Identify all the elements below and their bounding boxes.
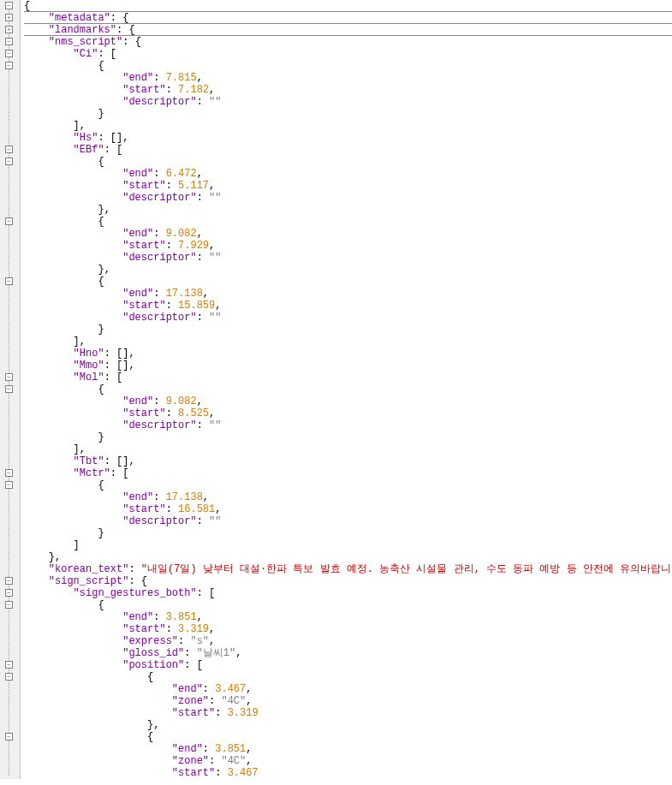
fold-minus-icon[interactable]: − (5, 217, 13, 225)
code-line[interactable]: "express": "s", (24, 635, 672, 647)
code-line[interactable]: "descriptor": "" (24, 96, 672, 108)
code-line[interactable]: } (24, 431, 672, 443)
code-line[interactable]: "descriptor": "" (24, 312, 672, 324)
code-line[interactable]: "start": 3.319 (24, 707, 672, 719)
code-line[interactable]: { (24, 731, 672, 743)
code-line[interactable]: "landmarks": { (24, 24, 672, 36)
fold-minus-icon[interactable]: − (5, 38, 13, 45)
fold-minus-icon[interactable]: − (5, 50, 13, 57)
code-line[interactable]: "end": 9.082, (24, 395, 672, 407)
fold-minus-icon[interactable]: − (5, 2, 13, 9)
code-line[interactable]: "start": 3.319, (24, 623, 672, 635)
code-line[interactable]: "Tbt": [], (24, 455, 672, 467)
code-line[interactable]: "end": 3.851, (24, 743, 672, 755)
code-line[interactable]: "Hs": [], (24, 132, 672, 144)
code-line[interactable]: { (24, 216, 672, 228)
code-line[interactable]: }, (24, 264, 672, 276)
code-line[interactable]: "end": 3.467, (24, 683, 672, 695)
code-line[interactable]: ], (24, 120, 672, 132)
code-line[interactable]: "start": 16.581, (24, 503, 672, 515)
fold-minus-icon[interactable]: − (5, 146, 13, 153)
code-line[interactable]: "start": 7.182, (24, 84, 672, 96)
code-line[interactable]: "end": 17.138, (24, 491, 672, 503)
code-line[interactable]: { (24, 0, 672, 12)
code-line[interactable]: { (24, 276, 672, 288)
code-line[interactable]: "EBf": [ (24, 144, 672, 156)
code-line[interactable]: "start": 7.929, (24, 240, 672, 252)
code-line[interactable]: "end": 7.815, (24, 72, 672, 84)
fold-minus-icon[interactable]: − (5, 601, 13, 609)
code-line[interactable]: ], (24, 443, 672, 455)
code-editor: −−−−−−−−−−−−−−−−−−++ { "metadata": { "la… (0, 0, 672, 779)
code-line[interactable]: "Mol": [ (24, 372, 672, 384)
code-line[interactable]: "descriptor": "" (24, 252, 672, 264)
fold-minus-icon[interactable]: − (5, 385, 13, 393)
code-line[interactable]: "end": 3.851, (24, 611, 672, 623)
code-line[interactable]: "start": 5.117, (24, 180, 672, 192)
code-line[interactable]: { (24, 479, 672, 491)
code-line[interactable]: { (24, 60, 672, 72)
code-line[interactable]: "descriptor": "" (24, 419, 672, 431)
code-line[interactable]: "korean_text": "내일(7일) 낮부터 대설·한파 특보 발효 예… (24, 563, 672, 575)
code-line[interactable]: "sign_script": { (24, 575, 672, 587)
fold-minus-icon[interactable]: − (5, 661, 13, 669)
code-content[interactable]: { "metadata": { "landmarks": { "nms_scri… (21, 0, 672, 779)
code-line[interactable]: "position": [ (24, 659, 672, 671)
fold-plus-icon[interactable]: + (5, 14, 13, 21)
fold-minus-icon[interactable]: − (5, 733, 13, 740)
code-line[interactable]: "Mmo": [], (24, 360, 672, 372)
fold-minus-icon[interactable]: − (5, 277, 13, 285)
code-line[interactable]: "zone": "4C", (24, 755, 672, 767)
fold-gutter: −−−−−−−−−−−−−−−−−−++ (0, 0, 21, 779)
fold-plus-icon[interactable]: + (5, 26, 13, 33)
fold-minus-icon[interactable]: − (5, 373, 13, 381)
fold-minus-icon[interactable]: − (5, 481, 13, 489)
code-line[interactable]: }, (24, 204, 672, 216)
code-line[interactable]: "Mctr": [ (24, 467, 672, 479)
code-line[interactable]: "start": 15.859, (24, 300, 672, 312)
fold-minus-icon[interactable]: − (5, 589, 13, 597)
code-line[interactable]: "zone": "4C", (24, 695, 672, 707)
code-line[interactable]: "Ci": [ (24, 48, 672, 60)
code-line[interactable]: "descriptor": "" (24, 515, 672, 527)
code-line[interactable]: ] (24, 539, 672, 551)
code-line[interactable]: "start": 3.467 (24, 767, 672, 779)
code-line[interactable]: "start": 8.525, (24, 407, 672, 419)
code-line[interactable]: "end": 17.138, (24, 288, 672, 300)
code-line[interactable]: { (24, 156, 672, 168)
code-line[interactable]: ], (24, 336, 672, 348)
fold-minus-icon[interactable]: − (5, 469, 13, 477)
fold-minus-icon[interactable]: − (5, 673, 13, 681)
code-line[interactable]: "sign_gestures_both": [ (24, 587, 672, 599)
code-line[interactable]: "end": 9.082, (24, 228, 672, 240)
code-line[interactable]: "metadata": { (24, 12, 672, 24)
code-line[interactable]: "Hno": [], (24, 348, 672, 360)
code-line[interactable]: { (24, 384, 672, 395)
code-line[interactable]: } (24, 527, 672, 539)
fold-minus-icon[interactable]: − (5, 158, 13, 165)
code-line[interactable]: "gloss_id": "날씨1", (24, 647, 672, 659)
code-line[interactable]: { (24, 599, 672, 611)
code-line[interactable]: "descriptor": "" (24, 192, 672, 204)
code-line[interactable]: } (24, 324, 672, 336)
code-line[interactable]: } (24, 108, 672, 120)
code-line[interactable]: "end": 6.472, (24, 168, 672, 180)
code-line[interactable]: "nms_script": { (24, 36, 672, 48)
code-line[interactable]: }, (24, 551, 672, 563)
code-line[interactable]: { (24, 671, 672, 683)
code-line[interactable]: }, (24, 719, 672, 731)
fold-minus-icon[interactable]: − (5, 62, 13, 69)
fold-minus-icon[interactable]: − (5, 577, 13, 585)
